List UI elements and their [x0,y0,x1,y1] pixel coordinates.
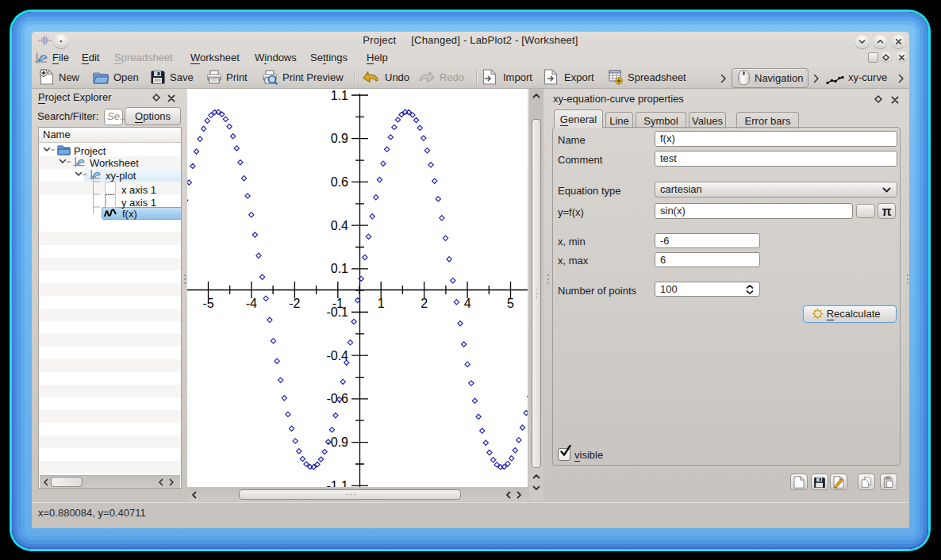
svg-text:-0.6: -0.6 [326,392,348,405]
svg-text:0.4: 0.4 [331,219,348,232]
svg-text:-0.1: -0.1 [326,305,348,319]
svg-text:-1.1: -1.1 [326,479,348,487]
svg-text:2: 2 [421,297,428,310]
svg-text:-5: -5 [202,297,213,310]
svg-text:0.9: 0.9 [331,132,348,145]
svg-text:0.6: 0.6 [331,175,348,189]
svg-text:-2: -2 [289,297,300,310]
svg-text:5: 5 [507,297,514,310]
svg-text:0.1: 0.1 [331,262,348,275]
svg-text:-0.9: -0.9 [326,435,348,449]
svg-text:-4: -4 [246,297,257,310]
svg-text:1: 1 [378,297,385,310]
svg-text:-0.4: -0.4 [326,349,348,362]
svg-text:4: 4 [464,297,471,310]
svg-text:1.1: 1.1 [331,89,348,102]
